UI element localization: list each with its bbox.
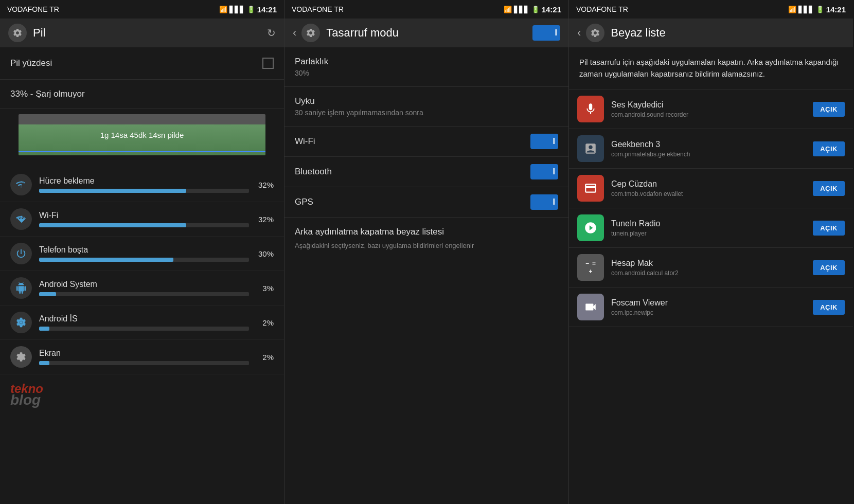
tunein-app-package: tunein.player [611,230,808,237]
cep-app-info: Cep Cüzdan com.tmob.vodafon ewallet [611,179,808,197]
geek-app-icon [577,135,604,162]
app-item-hesap[interactable]: −= + Hesap Mak com.android.calcul ator2 … [569,248,853,287]
usage-item-hucre[interactable]: Hücre bekleme 32% [0,168,284,202]
tasarruf-main-toggle[interactable]: I [532,25,560,41]
status-icons-2: 📶 ▋▋▋ 🔋 14:21 [504,5,561,14]
cep-acik-button[interactable]: AÇIK [813,181,845,196]
telefon-name: Telefon boşta [39,245,249,255]
usage-item-ekran[interactable]: Ekran 2% [0,340,284,374]
wifi-setting-row[interactable]: Wi-Fi I [284,127,568,157]
settings-gear-icon [8,24,27,42]
wifi-toggle[interactable]: I [530,134,558,149]
usage-item-telefon[interactable]: Telefon boşta 30% [0,237,284,271]
hesap-icon-top: −= [585,260,596,267]
screen-battery: VODAFONE TR 📶 ▋▋▋ 🔋 14:21 Pil ↻ Pil yüzd… [0,0,284,504]
hucre-icon [10,174,32,195]
wifi-name: Wi-Fi [39,211,249,220]
watermark-blog: blog [10,392,274,408]
tasarruf-content: Parlaklık 30% Uyku 30 saniye işlem yapıl… [284,47,568,504]
wifi-setting-label: Wi-Fi [295,136,315,147]
svg-point-0 [20,321,23,324]
tunein-acik-button[interactable]: AÇIK [813,221,845,236]
status-icons-1: 📶 ▋▋▋ 🔋 14:21 [219,5,277,14]
bluetooth-toggle[interactable]: I [530,164,558,179]
battery-status-row: 33% - Şarj olmuyor [0,80,284,109]
ses-app-name: Ses Kaydedici [611,100,808,110]
cep-app-package: com.tmob.vodafon ewallet [611,190,808,197]
parlaklik-item[interactable]: Parlaklık 30% [284,47,568,87]
battery-status-icon: 🔋 [247,6,255,13]
telefon-bar-container [39,258,249,262]
whitelist-title: Arka aydınlatma kapatma beyaz listesi [295,227,558,237]
wifi-status-icon-2: 📶 [504,6,512,13]
gps-setting-label: GPS [295,197,313,207]
hucre-percent: 32% [255,181,274,189]
parlaklik-label: Parlaklık [295,57,558,67]
battery-content: Pil yüzdesi 33% - Şarj olmuyor 1g 14sa 4… [0,47,284,504]
cep-app-name: Cep Cüzdan [611,179,808,189]
geek-acik-button[interactable]: AÇIK [813,141,845,156]
screen-tasarruf: VODAFONE TR 📶 ▋▋▋ 🔋 14:21 ‹ Tasarruf mod… [284,0,569,504]
uyku-item[interactable]: Uyku 30 saniye işlem yapılmamasından son… [284,87,568,127]
top-bar-1: Pil ↻ [0,19,284,47]
screen-title-1: Pil [33,26,267,40]
ekran-name: Ekran [39,349,249,358]
usage-item-android-is[interactable]: Android İS 2% [0,305,284,340]
back-arrow-2[interactable]: ‹ [293,26,296,40]
battery-graph: 1g 14sa 45dk 14sn pilde [19,114,265,155]
gps-toggle-indicator: I [553,197,555,207]
carrier-2: VODAFONE TR [292,5,344,13]
app-item-ses[interactable]: Ses Kaydedici com.android.sound recorder… [569,89,853,129]
hucre-info: Hücre bekleme [39,176,249,193]
bluetooth-setting-row[interactable]: Bluetooth I [284,157,568,187]
ekran-info: Ekran [39,349,249,365]
hucre-bar [39,189,186,193]
ses-acik-button[interactable]: AÇIK [813,102,845,117]
android-is-info: Android İS [39,314,249,331]
battery-percentage-checkbox[interactable] [262,58,274,69]
usage-item-android-system[interactable]: Android System 3% [0,271,284,305]
tunein-app-info: TuneIn Radio tunein.player [611,219,808,237]
status-time-2: 14:21 [542,5,561,14]
screen-beyaz: VODAFONE TR 📶 ▋▋▋ 🔋 14:21 ‹ Beyaz liste … [569,0,853,504]
android-system-info: Android System [39,280,249,296]
settings-gear-icon-2 [301,24,320,42]
refresh-icon[interactable]: ↻ [267,27,276,39]
description-text: Pil tasarrufu için aşağıdaki uygulamalar… [579,57,843,80]
signal-bars-icon: ▋▋▋ [229,6,245,13]
battery-percentage-label: Pil yüzdesi [10,58,52,68]
android-system-name: Android System [39,280,249,289]
carrier-1: VODAFONE TR [7,5,59,13]
usage-list: Hücre bekleme 32% Wi-Fi 32% [0,164,284,379]
hesap-app-info: Hesap Mak com.android.calcul ator2 [611,259,808,277]
ekran-icon [10,346,32,368]
gps-toggle[interactable]: I [530,194,558,210]
app-item-foscam[interactable]: Foscam Viewer com.ipc.newipc AÇIK [569,287,853,327]
ekran-bar-container [39,361,249,365]
back-arrow-3[interactable]: ‹ [577,26,581,40]
ses-app-info: Ses Kaydedici com.android.sound recorder [611,100,808,118]
tasarruf-toggle-indicator: I [555,28,557,38]
parlaklik-value: 30% [295,69,558,77]
app-item-geek[interactable]: Geekbench 3 com.primatelabs.ge ekbench A… [569,129,853,169]
ses-app-package: com.android.sound recorder [611,111,808,118]
hesap-acik-button[interactable]: AÇIK [813,260,845,275]
hucre-bar-container [39,189,249,193]
android-is-bar [39,327,49,331]
foscam-app-package: com.ipc.newipc [611,309,808,316]
android-is-bar-container [39,327,249,331]
wifi-percent: 32% [255,215,274,224]
battery-status-icon-3: 🔋 [816,6,824,13]
foscam-app-name: Foscam Viewer [611,298,808,308]
app-item-cep[interactable]: Cep Cüzdan com.tmob.vodafon ewallet AÇIK [569,169,853,208]
beyaz-content: Pil tasarrufu için aşağıdaki uygulamalar… [569,47,853,504]
battery-percentage-row[interactable]: Pil yüzdesi [0,47,284,80]
telefon-info: Telefon boşta [39,245,249,262]
app-item-tunein[interactable]: TuneIn Radio tunein.player AÇIK [569,208,853,248]
gps-setting-row[interactable]: GPS I [284,187,568,218]
usage-item-wifi[interactable]: Wi-Fi 32% [0,202,284,237]
wifi-icon [10,208,32,230]
telefon-bar [39,258,173,262]
foscam-acik-button[interactable]: AÇIK [813,300,845,315]
ses-app-icon [577,96,604,122]
